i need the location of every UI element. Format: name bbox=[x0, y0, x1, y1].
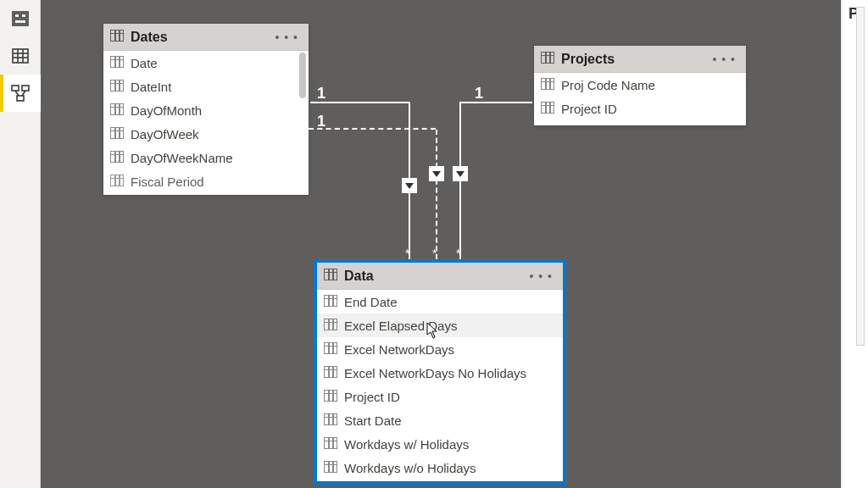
more-icon[interactable]: • • • bbox=[709, 53, 739, 66]
svg-line-13 bbox=[22, 91, 25, 96]
cardinality-one: 1 bbox=[317, 113, 326, 130]
data-view-button[interactable] bbox=[0, 37, 41, 75]
table-icon bbox=[541, 52, 554, 67]
cross-filter-arrow-icon bbox=[453, 166, 468, 181]
table-header[interactable]: Projects • • • bbox=[534, 46, 746, 73]
table-fields: Date DateInt DayOfMonth DayOfWeek DayOfW… bbox=[103, 51, 309, 195]
field-icon bbox=[541, 102, 554, 116]
cardinality-one: 1 bbox=[475, 85, 483, 103]
table-projects[interactable]: Projects • • • Proj Code Name Project ID bbox=[534, 46, 746, 125]
field-icon bbox=[324, 390, 337, 404]
table-header[interactable]: Data • • • bbox=[317, 263, 563, 290]
field-row[interactable]: Workdays w/ Holidays bbox=[317, 432, 563, 456]
field-icon bbox=[324, 319, 337, 333]
field-row[interactable]: Date bbox=[103, 51, 309, 75]
svg-rect-2 bbox=[21, 14, 26, 18]
field-icon bbox=[324, 413, 337, 428]
scrollbar-thumb[interactable] bbox=[299, 53, 306, 98]
field-icon bbox=[324, 437, 337, 452]
right-pane-collapsed[interactable]: P bbox=[841, 0, 868, 488]
field-row[interactable]: DayOfMonth bbox=[103, 98, 309, 122]
field-icon bbox=[110, 127, 124, 141]
cross-filter-arrow-icon bbox=[402, 178, 417, 193]
table-dates[interactable]: Dates • • • Date DateInt DayOfMonth DayO… bbox=[103, 24, 309, 195]
field-row[interactable]: Start Date bbox=[317, 408, 563, 432]
cardinality-many: * bbox=[405, 247, 409, 259]
table-icon bbox=[324, 269, 337, 284]
cross-filter-arrow-icon bbox=[429, 166, 444, 181]
cardinality-many: * bbox=[432, 247, 437, 259]
table-fields: Proj Code Name Project ID bbox=[534, 73, 746, 125]
table-fields: End Date Excel Elapsed Days Excel Networ… bbox=[317, 290, 563, 481]
field-icon bbox=[324, 461, 337, 475]
field-row[interactable]: End Date bbox=[317, 290, 563, 313]
field-row[interactable]: Excel NetworkDays bbox=[317, 337, 563, 361]
field-icon bbox=[324, 295, 337, 309]
svg-rect-4 bbox=[13, 49, 28, 63]
field-icon bbox=[110, 151, 124, 165]
table-title: Dates bbox=[131, 30, 272, 45]
relationship-line[interactable] bbox=[459, 102, 532, 103]
svg-rect-3 bbox=[14, 19, 26, 24]
scrollbar[interactable] bbox=[856, 7, 865, 346]
table-header[interactable]: Dates • • • bbox=[103, 24, 309, 51]
cardinality-many: * bbox=[456, 247, 460, 259]
svg-rect-1 bbox=[14, 14, 19, 18]
field-row[interactable]: DateInt bbox=[103, 75, 309, 98]
svg-rect-9 bbox=[12, 86, 19, 91]
field-row[interactable]: Fiscal Period bbox=[103, 169, 309, 193]
field-row[interactable]: DayOfWeekName bbox=[103, 146, 309, 169]
relationship-line-inactive[interactable] bbox=[436, 130, 437, 259]
field-row[interactable]: Project ID bbox=[534, 97, 746, 120]
field-row[interactable]: Proj Code Name bbox=[534, 73, 746, 97]
field-icon bbox=[110, 56, 124, 70]
model-canvas[interactable]: Dates • • • Date DateInt DayOfMonth DayO… bbox=[41, 0, 841, 488]
view-switcher bbox=[0, 0, 41, 488]
field-icon bbox=[110, 103, 124, 118]
field-row[interactable]: Project ID bbox=[317, 385, 563, 408]
model-view-button[interactable] bbox=[0, 75, 41, 112]
field-icon bbox=[324, 366, 337, 380]
table-icon bbox=[110, 30, 124, 45]
field-icon bbox=[324, 342, 337, 357]
table-title: Projects bbox=[561, 52, 709, 67]
field-row[interactable]: Excel Elapsed Days bbox=[317, 313, 563, 337]
field-row[interactable]: Workdays w/o Holidays bbox=[317, 456, 563, 480]
table-data[interactable]: Data • • • End Date Excel Elapsed Days E… bbox=[317, 263, 563, 481]
field-icon bbox=[110, 80, 124, 94]
svg-rect-11 bbox=[17, 96, 24, 101]
more-icon[interactable]: • • • bbox=[272, 30, 302, 44]
cardinality-one: 1 bbox=[317, 85, 326, 103]
field-row[interactable]: DayOfWeek bbox=[103, 122, 309, 146]
field-icon bbox=[110, 175, 124, 189]
more-icon[interactable]: • • • bbox=[526, 269, 556, 283]
field-icon bbox=[541, 78, 554, 92]
svg-line-12 bbox=[15, 91, 19, 96]
svg-rect-10 bbox=[22, 86, 29, 91]
table-title: Data bbox=[344, 269, 526, 284]
relationship-line-inactive[interactable] bbox=[309, 128, 436, 130]
report-view-button[interactable] bbox=[0, 0, 41, 37]
field-row[interactable]: Excel NetworkDays No Holidays bbox=[317, 361, 563, 385]
